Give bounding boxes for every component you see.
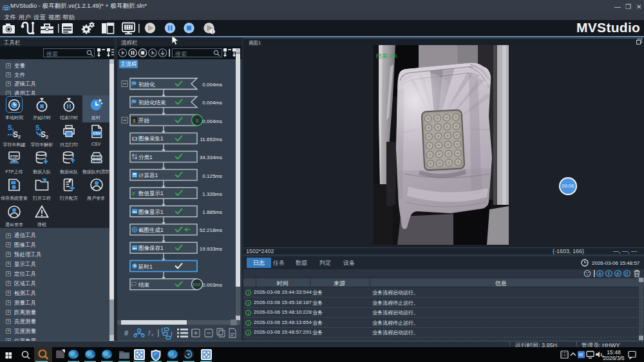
svg-text:x: x <box>151 332 154 337</box>
svg-text:0.004ms: 0.004ms <box>202 119 222 124</box>
svg-text:计算器1: 计算器1 <box>138 172 158 178</box>
svg-text:S: S <box>13 130 18 138</box>
svg-text:0.004ms: 0.004ms <box>202 100 222 106</box>
svg-text:34.334ms: 34.334ms <box>200 155 222 160</box>
svg-text:0.004ms: 0.004ms <box>202 82 222 88</box>
svg-text:#: # <box>124 329 128 337</box>
svg-text:2: 2 <box>46 135 48 139</box>
svg-text:2026/3/6: 2026/3/6 <box>603 355 624 361</box>
svg-text:52.218ms: 52.218ms <box>200 227 222 233</box>
svg-text:延时1: 延时1 <box>138 263 153 270</box>
svg-text:End: End <box>193 282 201 287</box>
svg-text:19.933ms: 19.933ms <box>200 246 222 252</box>
svg-text:0.125ms: 0.125ms <box>202 173 222 179</box>
svg-text:初始化: 初始化 <box>138 81 155 88</box>
svg-text:1.335ms: 1.335ms <box>202 191 222 197</box>
svg-text:结果:OK: 结果:OK <box>376 53 398 59</box>
svg-text:图像保存1: 图像保存1 <box>138 245 164 251</box>
svg-text:图像采集1: 图像采集1 <box>138 135 164 142</box>
svg-text:f: f <box>148 329 151 337</box>
svg-text:分类1: 分类1 <box>138 154 153 160</box>
svg-text:开始: 开始 <box>138 117 150 124</box>
svg-text:#: # <box>132 191 135 196</box>
svg-text:2: 2 <box>18 135 21 139</box>
svg-text:1: 1 <box>212 30 214 34</box>
svg-text:截图生成1: 截图生成1 <box>138 227 164 233</box>
svg-text:数值显示1: 数值显示1 <box>138 190 164 196</box>
svg-text:11.652ms: 11.652ms <box>200 137 222 142</box>
svg-text:CSV: CSV <box>93 131 100 135</box>
svg-text:1: 1 <box>154 53 156 57</box>
svg-text:图像显示1: 图像显示1 <box>138 209 164 215</box>
svg-text:1.885ms: 1.885ms <box>202 209 222 215</box>
svg-text:FTP: FTP <box>10 154 18 158</box>
svg-text:$: $ <box>133 118 136 124</box>
svg-text:结束: 结束 <box>138 281 150 288</box>
svg-text:0.003ms: 0.003ms <box>202 282 222 288</box>
svg-text:初始化结束: 初始化结束 <box>138 99 166 106</box>
svg-text:W: W <box>579 352 583 357</box>
svg-text:S: S <box>196 118 199 124</box>
